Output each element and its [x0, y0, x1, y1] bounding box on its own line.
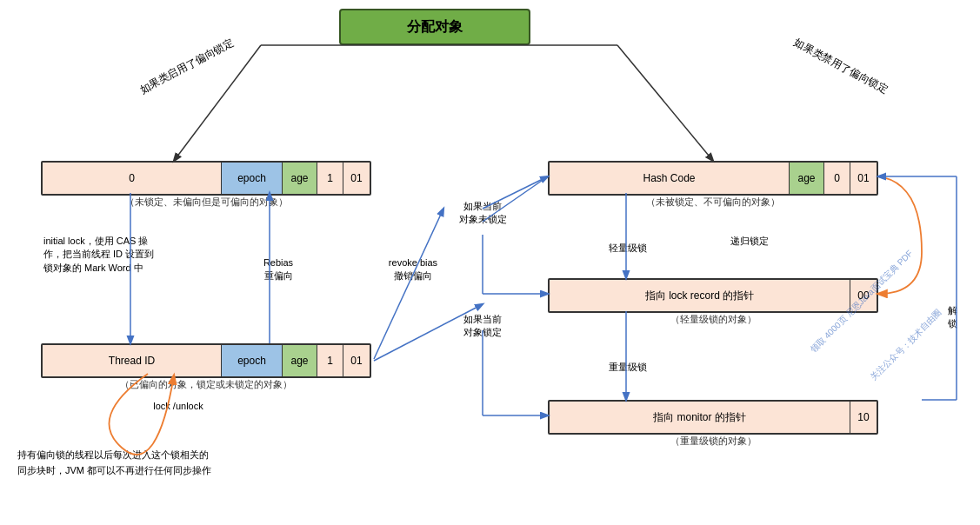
annotation-lock-unlock: lock /unlock	[135, 400, 222, 413]
label-right-hash: （未被锁定、不可偏向的对象）	[548, 196, 878, 209]
annotation-recursive-lock: 递归锁定	[730, 235, 791, 248]
branch-label-left: 如果类启用了偏向锁定	[137, 36, 237, 97]
annotation-unlock: 解锁	[939, 304, 965, 331]
label-left-bot: （已偏向的对象，锁定或未锁定的对象）	[41, 378, 371, 391]
branch-label-right: 如果类禁用了偏向锁定	[791, 36, 890, 97]
markword-right-light: 指向 lock record 的指针 00	[548, 278, 878, 313]
annotation-heavy-lock: 重量级锁	[609, 361, 678, 374]
top-box: 分配对象	[339, 9, 530, 45]
cell-epoch-lt: epoch	[222, 163, 283, 194]
cell-0-lt: 0	[43, 163, 222, 194]
cell-age-lt: age	[283, 163, 317, 194]
annotation-if-unlocked: 如果当前对象未锁定	[443, 200, 522, 227]
cell-hash-rh: Hash Code	[550, 163, 790, 194]
cell-01-lb: 01	[343, 345, 370, 376]
annotation-rebias: Rebias重偏向	[243, 256, 313, 283]
cell-01-lt: 01	[343, 163, 370, 194]
annotation-if-locked: 如果当前对象锁定	[443, 313, 522, 340]
markword-right-hash: Hash Code age 0 01	[548, 161, 878, 196]
cell-1-lb: 1	[317, 345, 343, 376]
label-right-light: （轻量级锁的对象）	[548, 313, 878, 326]
cell-ptr-rm: 指向 monitor 的指针	[550, 402, 850, 433]
cell-age-rh: age	[790, 163, 824, 194]
top-box-label: 分配对象	[407, 18, 463, 37]
label-right-monitor: （重量级锁的对象）	[548, 435, 878, 448]
cell-age-lb: age	[283, 345, 317, 376]
svg-line-3	[617, 45, 713, 161]
cell-10-rm: 10	[850, 402, 877, 433]
label-left-top: （未锁定、未偏向但是可偏向的对象）	[41, 196, 371, 209]
markword-left-top: 0 epoch age 1 01	[41, 161, 371, 196]
diagram-container: 分配对象 如果类启用了偏向锁定 如果类禁用了偏向锁定 0 epoch age 1…	[0, 0, 980, 525]
cell-1-lt: 1	[317, 163, 343, 194]
watermark2: 关注公众号：技术自由圈	[868, 307, 944, 383]
annotation-bottom-text: 持有偏向锁的线程以后每次进入这个锁相关的同步块时，JVM 都可以不再进行任何同步…	[17, 448, 391, 478]
annotation-revoke: revoke bias撤销偏向	[374, 256, 452, 283]
cell-ptr-rl: 指向 lock record 的指针	[550, 280, 850, 311]
svg-line-18	[374, 209, 443, 359]
cell-0-rh: 0	[824, 163, 850, 194]
markword-left-bot: Thread ID epoch age 1 01	[41, 343, 371, 378]
annotation-light-lock: 轻量级锁	[609, 242, 678, 255]
cell-tid-lb: Thread ID	[43, 345, 222, 376]
annotation-initial-lock: initial lock，使用 CAS 操作，把当前线程 ID 设置到锁对象的 …	[43, 235, 217, 275]
cell-01-rh: 01	[850, 163, 877, 194]
markword-right-monitor: 指向 monitor 的指针 10	[548, 400, 878, 435]
cell-epoch-lb: epoch	[222, 345, 283, 376]
